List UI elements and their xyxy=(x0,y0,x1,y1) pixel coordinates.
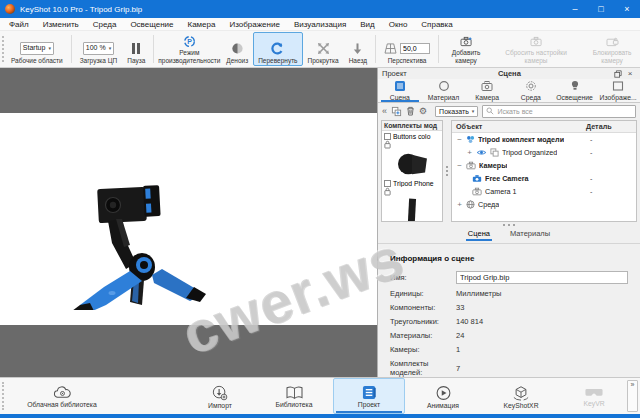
cloud-library-icon xyxy=(53,385,72,400)
components-value: 33 xyxy=(456,303,628,312)
menu-camera[interactable]: Камера xyxy=(181,18,223,31)
menu-file[interactable]: Файл xyxy=(2,18,36,31)
delete-icon[interactable] xyxy=(406,106,415,116)
subtab-scene[interactable]: Сцена xyxy=(466,229,492,240)
expander-icon[interactable]: − xyxy=(456,135,463,144)
tab-environment[interactable]: Среда xyxy=(509,79,553,102)
denoise-button[interactable]: Деноиз xyxy=(221,32,253,66)
project-icon xyxy=(361,385,378,400)
tab-camera[interactable]: Камера xyxy=(465,79,509,102)
model-set-item[interactable]: Tripod Phone xyxy=(382,178,442,222)
keyvr-button[interactable]: KeyVR xyxy=(561,378,627,414)
realtime-viewport[interactable] xyxy=(0,68,377,377)
close-panel-icon[interactable]: × xyxy=(624,69,636,78)
expander-icon[interactable]: + xyxy=(466,148,473,157)
menubar: Файл Изменить Среда Освещение Камера Изо… xyxy=(0,18,640,31)
perspective-group: Перспектива xyxy=(379,32,435,66)
visibility-eye-icon[interactable] xyxy=(476,149,487,156)
add-camera-button[interactable]: Добавить камеру xyxy=(442,32,490,66)
menu-help[interactable]: Справка xyxy=(414,18,459,31)
model-set-icon xyxy=(466,135,475,144)
cloud-library-button[interactable]: Облачная библиотека xyxy=(8,378,116,414)
workspace-dropdown[interactable]: Startup ▾ xyxy=(20,42,54,54)
menu-lighting[interactable]: Освещение xyxy=(123,18,180,31)
expander-icon[interactable]: + xyxy=(456,200,463,209)
library-icon xyxy=(285,385,304,400)
animation-button[interactable]: Анимация xyxy=(405,378,481,414)
dolly-button[interactable]: Наезд xyxy=(344,32,372,66)
dock-overflow-button[interactable]: » xyxy=(627,380,638,412)
components-label: Компоненты: xyxy=(390,303,456,312)
tumble-button[interactable]: Перевернуть xyxy=(253,32,302,66)
panel-splitter[interactable] xyxy=(378,222,640,229)
window-title: KeyShot 10.0 Pro - Tripod Grip.bip xyxy=(20,5,562,14)
library-button[interactable]: Библиотека xyxy=(255,378,333,414)
tab-image[interactable]: Изображе... xyxy=(596,79,640,102)
tab-material[interactable]: Материал xyxy=(422,79,466,102)
tree-row-camera1[interactable]: Camera 1 - xyxy=(452,185,636,198)
performance-mode-button[interactable]: P Режим производительности xyxy=(157,32,221,66)
import-button[interactable]: Импорт xyxy=(185,378,255,414)
keyshot-window: KeyShot 10.0 Pro - Tripod Grip.bip – □ ×… xyxy=(0,0,640,418)
subtab-materials[interactable]: Материалы xyxy=(508,229,552,240)
search-input[interactable] xyxy=(497,108,632,115)
maximize-button[interactable]: □ xyxy=(588,0,614,18)
menu-view[interactable]: Вид xyxy=(353,18,381,31)
tree-row-free-camera[interactable]: Free Camera - xyxy=(452,172,636,185)
model-set-checkbox[interactable] xyxy=(384,133,391,140)
show-dropdown[interactable]: Показать ▾ xyxy=(435,106,478,117)
keyshotxr-button[interactable]: KeyShotXR xyxy=(481,378,561,414)
search-box xyxy=(482,105,636,118)
lighting-tab-icon xyxy=(569,80,581,92)
minimize-button[interactable]: – xyxy=(562,0,588,18)
menu-window[interactable]: Окно xyxy=(382,18,415,31)
column-detail: Деталь xyxy=(586,122,632,131)
info-subtabs: Сцена Материалы xyxy=(378,229,640,244)
model-set-item[interactable]: Buttons colo xyxy=(382,131,442,178)
cameras-label: Камеры: xyxy=(390,345,456,354)
perspective-icon xyxy=(384,43,397,54)
tree-row-cameras[interactable]: − Камеры xyxy=(452,159,636,172)
expander-icon[interactable]: − xyxy=(456,161,463,170)
tripod-grip-model[interactable] xyxy=(60,175,210,310)
panel-title: Сцена xyxy=(407,69,612,78)
tree-row-environment[interactable]: + Среда xyxy=(452,198,636,211)
reset-camera-button[interactable]: Сбросить настройки камеры xyxy=(490,32,582,66)
pan-button[interactable]: Прокрутка xyxy=(303,32,344,66)
cpu-usage-dropdown[interactable]: 100 % ▾ xyxy=(83,42,114,54)
dock-drag-handle[interactable] xyxy=(2,382,6,410)
tab-scene[interactable]: Сцена xyxy=(378,79,422,102)
lock-icon xyxy=(384,140,391,149)
tree-row-group[interactable]: + Tripod Organized - xyxy=(452,146,636,159)
keyshotxr-icon xyxy=(512,385,530,401)
lists-splitter[interactable] xyxy=(443,120,451,222)
menu-edit[interactable]: Изменить xyxy=(36,18,86,31)
toolbar-separator xyxy=(438,35,439,63)
menu-environment[interactable]: Среда xyxy=(86,18,124,31)
gear-icon[interactable]: ⚙ xyxy=(419,106,427,116)
close-button[interactable]: × xyxy=(614,0,640,18)
model-set-thumbnail xyxy=(384,150,440,178)
keyvr-icon xyxy=(585,386,603,399)
scene-name-input[interactable] xyxy=(456,271,628,284)
object-tree-header: Объект Деталь xyxy=(452,121,636,133)
collapse-all-icon[interactable]: « xyxy=(382,106,387,116)
perspective-input[interactable] xyxy=(400,43,430,54)
pan-label: Прокрутка xyxy=(308,57,339,64)
tab-lighting[interactable]: Освещение xyxy=(553,79,597,102)
import-icon xyxy=(211,385,229,401)
add-model-set-icon[interactable] xyxy=(391,106,402,117)
search-icon xyxy=(486,107,494,115)
panel-dock-title: Проект xyxy=(382,69,407,78)
lock-camera-button[interactable]: Блокировать камеру xyxy=(582,32,640,66)
performance-mode-label: Режим производительности xyxy=(158,49,220,64)
pause-button[interactable]: Пауза xyxy=(122,32,150,66)
menu-render[interactable]: Визуализация xyxy=(287,18,353,31)
menu-image[interactable]: Изображение xyxy=(222,18,286,31)
tree-row-modelset[interactable]: − Tripod комплект модели - xyxy=(452,133,636,146)
project-button[interactable]: Проект xyxy=(333,378,405,414)
toolbar-drag-handle[interactable] xyxy=(2,36,4,62)
float-panel-icon[interactable] xyxy=(612,70,624,78)
triangles-value: 140 814 xyxy=(456,317,628,326)
model-set-checkbox[interactable] xyxy=(384,180,391,187)
